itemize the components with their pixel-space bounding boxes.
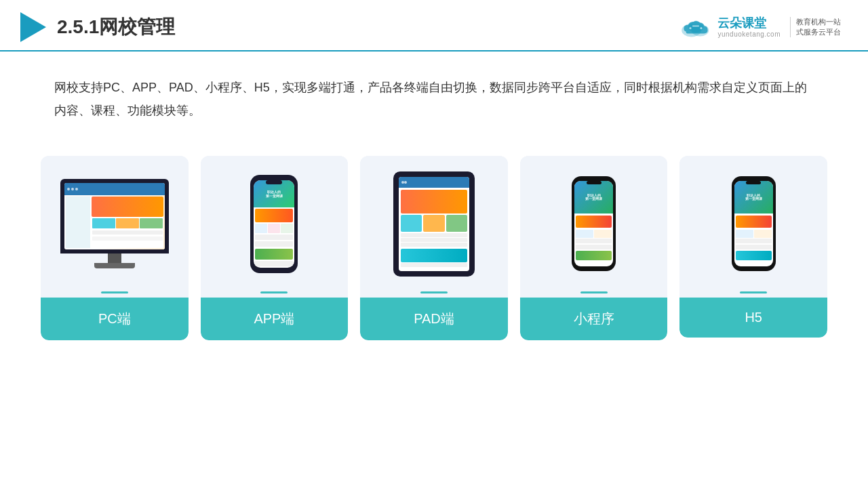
brand-text: 云朵课堂 yunduoketang.com [717,16,781,39]
phone-h5-icon: 职达人的第一堂网课 [732,176,776,271]
card-h5-image: 职达人的第一堂网课 [679,156,827,291]
card-pc: PC端 [41,156,189,340]
card-miniapp: 职达人的第一堂网课 小程序 [520,156,668,340]
description-text: 网校支持PC、APP、PAD、小程序、H5，实现多端打通，产品各终端自由切换，数… [54,76,814,122]
card-app-label: APP端 [201,298,349,340]
card-miniapp-image: 职达人的第一堂网课 [520,156,668,291]
header-right: 云朵课堂 yunduoketang.com 教育机构一站 式服务云平台 [679,15,841,39]
card-app-image: 职达人的第一堂网课 [201,156,349,291]
brand-name: 云朵课堂 [717,16,766,31]
page-title: 2.5.1网校管理 [57,14,175,40]
card-pad: PAD端 [360,156,508,340]
phone-miniapp-icon: 职达人的第一堂网课 [572,176,616,271]
logo-triangle-icon [20,12,46,42]
card-pad-label: PAD端 [360,298,508,340]
pc-monitor-icon [60,179,169,268]
card-pad-image [360,156,508,291]
brand-logo: 云朵课堂 yunduoketang.com [679,15,781,39]
phone-app-icon: 职达人的第一堂网课 [250,175,298,273]
card-h5-label: H5 [679,298,827,338]
header: 2.5.1网校管理 云朵课堂 yunduoketang.com 教育机构一站 式… [0,0,868,52]
svg-point-5 [701,27,703,29]
card-h5: 职达人的第一堂网课 H5 [679,156,827,338]
card-miniapp-label: 小程序 [520,298,668,340]
tablet-icon [393,171,475,277]
card-pc-image [41,156,189,291]
brand-slogan: 教育机构一站 式服务云平台 [790,17,841,38]
svg-point-4 [690,27,692,29]
cloud-icon [679,15,712,39]
card-app: 职达人的第一堂网课 [201,156,349,340]
card-pc-label: PC端 [41,298,189,340]
cards-container: PC端 职达人的第一堂网课 [0,142,868,361]
header-left: 2.5.1网校管理 [20,12,175,42]
brand-url: yunduoketang.com [717,30,781,38]
description: 网校支持PC、APP、PAD、小程序、H5，实现多端打通，产品各终端自由切换，数… [0,52,868,136]
